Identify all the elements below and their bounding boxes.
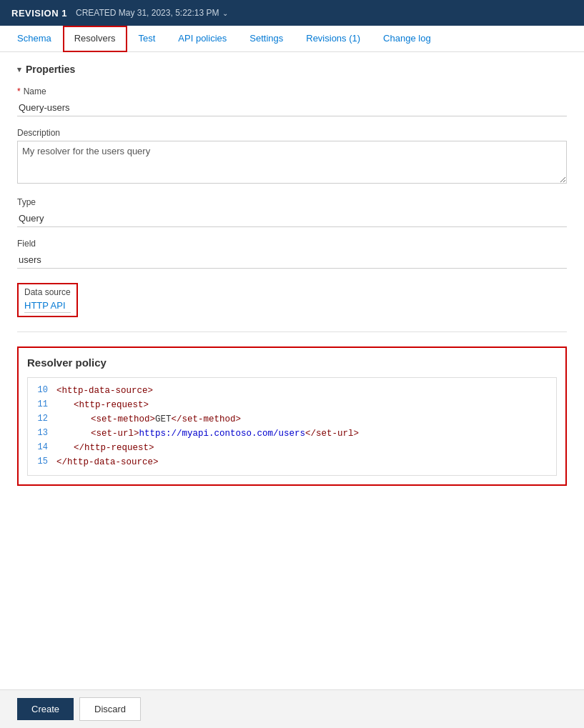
tag-open-http-request: <http-request> bbox=[74, 400, 149, 410]
tab-schema[interactable]: Schema bbox=[6, 26, 63, 52]
field-input[interactable] bbox=[17, 251, 567, 269]
data-source-box[interactable]: Data source HTTP API bbox=[17, 283, 78, 317]
properties-section-header[interactable]: ▾ Properties bbox=[17, 64, 567, 75]
required-star: * bbox=[17, 86, 21, 96]
data-source-value: HTTP API bbox=[24, 300, 71, 313]
type-label: Type bbox=[17, 197, 567, 207]
data-source-group: Data source HTTP API bbox=[17, 280, 567, 317]
nav-tabs: Schema Resolvers Test API policies Setti… bbox=[0, 26, 584, 52]
code-line-15: 15 </http-data-source> bbox=[28, 455, 556, 469]
tag-set-method-open: <set-method> bbox=[91, 414, 155, 424]
code-line-12: 12 <set-method>GET</set-method> bbox=[28, 412, 556, 427]
name-field-group: * Name bbox=[17, 86, 567, 116]
resolver-policy-section: Resolver policy 10 <http-data-source> 11… bbox=[17, 346, 567, 486]
line-number-13: 13 bbox=[28, 427, 56, 440]
properties-label: Properties bbox=[26, 64, 75, 75]
tag-open-http-data-source: <http-data-source> bbox=[56, 386, 153, 396]
code-editor[interactable]: 10 <http-data-source> 11 <http-request> bbox=[27, 377, 557, 476]
tab-api-policies[interactable]: API policies bbox=[167, 26, 238, 52]
line-number-15: 15 bbox=[28, 455, 56, 469]
tab-revisions[interactable]: Revisions (1) bbox=[295, 26, 372, 52]
type-field-group: Type bbox=[17, 197, 567, 227]
tab-test[interactable]: Test bbox=[127, 26, 167, 52]
field-label: Field bbox=[17, 239, 567, 249]
tag-set-method-close: </set-method> bbox=[172, 414, 242, 424]
created-info: CREATED May 31, 2023, 5:22:13 PM ⌄ bbox=[76, 8, 228, 18]
code-line-13: 13 <set-url>https://myapi.contoso.com/us… bbox=[28, 427, 556, 441]
set-url-value: https://myapi.contoso.com/users bbox=[139, 429, 306, 439]
type-input[interactable] bbox=[17, 210, 567, 227]
description-label: Description bbox=[17, 128, 567, 138]
collapse-icon: ▾ bbox=[17, 65, 21, 74]
top-bar: REVISION 1 CREATED May 31, 2023, 5:22:13… bbox=[0, 0, 584, 26]
name-label: * Name bbox=[17, 86, 567, 96]
bottom-bar: Create Discard bbox=[0, 689, 584, 728]
main-content: ▾ Properties * Name Description My resol… bbox=[0, 52, 584, 497]
field-field-group: Field bbox=[17, 239, 567, 269]
code-line-10: 10 <http-data-source> bbox=[28, 384, 556, 398]
tag-set-url-close: </set-url> bbox=[305, 429, 359, 439]
tab-settings[interactable]: Settings bbox=[238, 26, 295, 52]
description-field-group: Description My resolver for the users qu… bbox=[17, 128, 567, 186]
line-number-10: 10 bbox=[28, 384, 56, 397]
discard-button[interactable]: Discard bbox=[79, 697, 141, 721]
code-line-11: 11 <http-request> bbox=[28, 398, 556, 412]
tag-close-http-data-source: </http-data-source> bbox=[56, 457, 159, 467]
line-number-11: 11 bbox=[28, 398, 56, 412]
resolver-policy-title: Resolver policy bbox=[27, 356, 557, 369]
data-source-label: Data source bbox=[24, 287, 71, 297]
set-method-value: GET bbox=[155, 414, 172, 424]
divider bbox=[17, 331, 567, 332]
code-line-14: 14 </http-request> bbox=[28, 441, 556, 455]
name-input[interactable] bbox=[17, 99, 567, 116]
line-number-12: 12 bbox=[28, 412, 56, 426]
chevron-down-icon[interactable]: ⌄ bbox=[222, 9, 228, 17]
created-label: CREATED May 31, 2023, 5:22:13 PM bbox=[76, 8, 219, 18]
tag-close-http-request: </http-request> bbox=[74, 443, 154, 453]
revision-badge: REVISION 1 bbox=[11, 8, 67, 19]
create-button[interactable]: Create bbox=[17, 698, 74, 720]
line-number-14: 14 bbox=[28, 441, 56, 454]
tab-change-log[interactable]: Change log bbox=[372, 26, 442, 52]
tag-set-url-open: <set-url> bbox=[91, 429, 139, 439]
description-input[interactable]: My resolver for the users query bbox=[17, 141, 567, 184]
tab-resolvers[interactable]: Resolvers bbox=[63, 26, 127, 52]
